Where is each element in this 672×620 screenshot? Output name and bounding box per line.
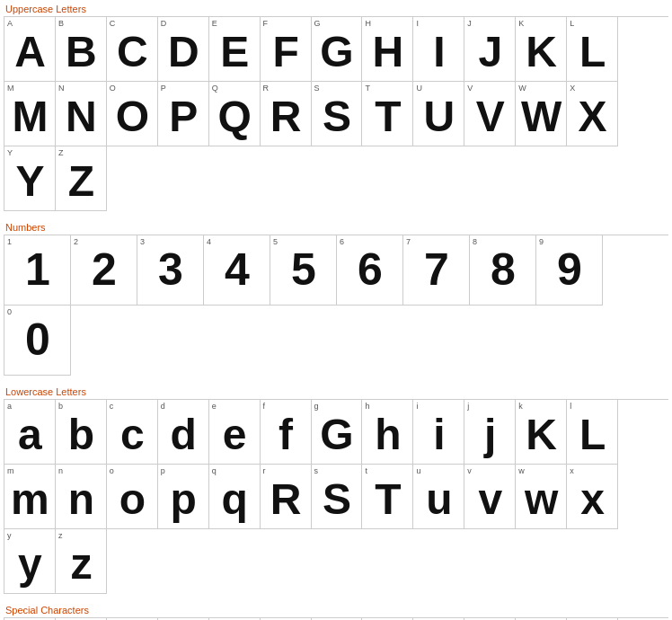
letter-cell: 7 7 — [403, 235, 470, 306]
letter-cell: b b — [56, 400, 107, 465]
cell-label: J — [467, 19, 472, 29]
letter-cell: H H — [362, 17, 413, 82]
cell-glyph: 1 — [25, 247, 50, 292]
uppercase-grid: A A B B C C D D E E F F G G H H I I J J — [4, 16, 668, 211]
cell-glyph: G — [320, 413, 353, 456]
cell-glyph: I — [433, 31, 445, 74]
letter-cell: s S — [312, 465, 363, 529]
cell-label: e — [212, 402, 217, 412]
letter-cell: m m — [4, 465, 56, 529]
letter-cell: C C — [107, 17, 158, 82]
cell-label: B — [58, 19, 64, 29]
cell-label: i — [416, 402, 418, 412]
cell-label: u — [416, 466, 420, 476]
cell-glyph: 3 — [158, 247, 183, 292]
cell-glyph: M — [12, 95, 48, 138]
cell-label: p — [161, 466, 165, 476]
cell-label: F — [263, 19, 269, 29]
cell-glyph: K — [526, 31, 557, 74]
cell-label: V — [467, 84, 473, 93]
cell-label: S — [314, 84, 320, 93]
uppercase-section: Uppercase Letters A A B B C C D D E E F … — [0, 0, 672, 211]
cell-glyph: u — [426, 478, 452, 521]
lowercase-section: Lowercase Letters a a b b c c d d e e f … — [0, 383, 672, 594]
lowercase-title: Lowercase Letters — [0, 383, 672, 399]
cell-label: U — [416, 84, 422, 93]
cell-label: k — [518, 402, 523, 412]
cell-label: 7 — [406, 237, 411, 247]
cell-glyph: b — [68, 413, 94, 456]
cell-label: l — [570, 402, 571, 412]
letter-cell: 3 3 — [137, 235, 204, 306]
cell-glyph: H — [373, 31, 404, 74]
cell-glyph: 5 — [291, 247, 316, 292]
cell-label: s — [314, 466, 319, 476]
cell-glyph: v — [478, 478, 502, 521]
letter-cell: 0 0 — [4, 306, 71, 376]
cell-glyph: E — [220, 31, 249, 74]
letter-cell: r R — [261, 465, 312, 529]
cell-label: 5 — [273, 237, 278, 247]
special-section: Special Characters !!"#@ %&''( www.Jamon… — [0, 601, 672, 620]
cell-glyph: p — [171, 478, 197, 521]
cell-glyph: w — [525, 478, 558, 521]
cell-label: x — [570, 466, 574, 476]
cell-glyph: S — [323, 95, 351, 138]
letter-cell: 2 2 — [71, 235, 137, 306]
letter-cell: 8 8 — [470, 235, 536, 306]
cell-glyph: X — [579, 95, 607, 138]
cell-glyph: c — [120, 413, 145, 456]
cell-label: h — [365, 402, 369, 412]
cell-label: q — [212, 466, 217, 476]
letter-cell: 5 5 — [270, 235, 337, 306]
cell-label: v — [467, 466, 472, 476]
letter-cell: X X — [567, 82, 618, 146]
letter-cell: V V — [464, 82, 516, 146]
cell-label: I — [416, 19, 419, 29]
letter-cell: M M — [4, 82, 56, 146]
cell-glyph: q — [221, 478, 247, 521]
cell-label: f — [263, 402, 266, 412]
letter-cell: R R — [261, 82, 312, 146]
letter-cell: B B — [56, 17, 107, 82]
cell-glyph: i — [433, 413, 445, 456]
cell-label: 4 — [207, 237, 211, 247]
cell-glyph: x — [580, 478, 605, 521]
cell-glyph: L — [579, 31, 606, 74]
lowercase-grid: a a b b c c d d e e f f g G h h i i j j — [4, 399, 668, 594]
cell-glyph: T — [375, 478, 401, 521]
cell-label: j — [467, 402, 469, 412]
letter-cell: 6 6 — [337, 235, 403, 306]
cell-glyph: z — [70, 543, 92, 586]
letter-cell: z z — [56, 529, 107, 594]
cell-label: y — [7, 531, 12, 541]
cell-glyph: n — [68, 478, 94, 521]
special-title: Special Characters — [0, 601, 672, 617]
cell-glyph: B — [66, 31, 97, 74]
letter-cell: j j — [464, 400, 516, 465]
cell-glyph: 8 — [491, 247, 516, 292]
letter-cell: w w — [516, 465, 567, 529]
numbers-title: Numbers — [0, 218, 672, 235]
letter-cell: e e — [209, 400, 261, 465]
cell-glyph: P — [169, 95, 198, 138]
letter-cell: t T — [362, 465, 413, 529]
cell-glyph: Q — [217, 95, 251, 138]
cell-glyph: 2 — [92, 247, 117, 292]
cell-glyph: e — [223, 413, 247, 456]
cell-label: C — [110, 19, 116, 29]
uppercase-title: Uppercase Letters — [0, 0, 672, 16]
cell-label: 0 — [7, 307, 12, 317]
cell-label: 3 — [140, 237, 145, 247]
cell-glyph: y — [18, 543, 42, 586]
cell-label: z — [58, 531, 63, 541]
cell-label: N — [58, 84, 65, 93]
cell-glyph: Y — [15, 160, 44, 203]
letter-cell: c c — [107, 400, 158, 465]
letter-cell: g G — [312, 400, 363, 465]
cell-label: Y — [7, 148, 13, 158]
cell-label: o — [110, 466, 114, 476]
letter-cell: Y Y — [4, 146, 56, 211]
cell-glyph: U — [424, 95, 455, 138]
cell-glyph: J — [478, 31, 502, 74]
